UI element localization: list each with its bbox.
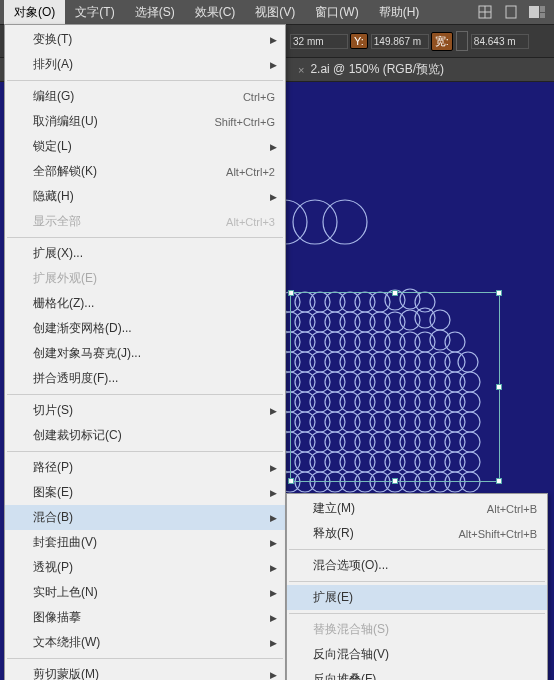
menu-item[interactable]: 图像描摹▶ — [5, 605, 285, 630]
menu-item[interactable]: 封套扭曲(V)▶ — [5, 530, 285, 555]
menu-item[interactable]: 拼合透明度(F)... — [5, 366, 285, 391]
menu-item[interactable]: 路径(P)▶ — [5, 455, 285, 480]
blend-submenu: 建立(M)Alt+Ctrl+B释放(R)Alt+Shift+Ctrl+B混合选项… — [286, 493, 548, 680]
submenu-item[interactable]: 反向混合轴(V) — [287, 642, 547, 667]
menu-item[interactable]: 切片(S)▶ — [5, 398, 285, 423]
submenu-item[interactable]: 扩展(E) — [287, 585, 547, 610]
menu-window[interactable]: 窗口(W) — [305, 0, 368, 25]
menu-item[interactable]: 编组(G)Ctrl+G — [5, 84, 285, 109]
menu-item[interactable]: 栅格化(Z)... — [5, 291, 285, 316]
menu-item[interactable]: 图案(E)▶ — [5, 480, 285, 505]
submenu-item: 替换混合轴(S) — [287, 617, 547, 642]
menu-item[interactable]: 创建对象马赛克(J)... — [5, 341, 285, 366]
menu-item[interactable]: 排列(A)▶ — [5, 52, 285, 77]
svg-point-1 — [293, 200, 337, 244]
w-label: 宽: — [431, 32, 453, 51]
document-tab[interactable]: × 2.ai @ 150% (RGB/预览) — [290, 58, 452, 81]
toolbar-doc-icon[interactable] — [500, 3, 522, 21]
menu-item[interactable]: 创建渐变网格(D)... — [5, 316, 285, 341]
menu-object[interactable]: 对象(O) — [4, 0, 65, 25]
submenu-item[interactable]: 反向堆叠(F) — [287, 667, 547, 680]
menu-item[interactable]: 扩展(X)... — [5, 241, 285, 266]
tab-title: 2.ai @ 150% (RGB/预览) — [310, 61, 444, 78]
menu-item[interactable]: 全部解锁(K)Alt+Ctrl+2 — [5, 159, 285, 184]
menu-item: 显示全部Alt+Ctrl+3 — [5, 209, 285, 234]
svg-point-2 — [323, 200, 367, 244]
menu-item[interactable]: 变换(T)▶ — [5, 27, 285, 52]
object-menu-dropdown: 变换(T)▶排列(A)▶编组(G)Ctrl+G取消编组(U)Shift+Ctrl… — [4, 24, 286, 680]
menu-select[interactable]: 选择(S) — [125, 0, 185, 25]
menu-item[interactable]: 剪切蒙版(M)▶ — [5, 662, 285, 680]
x-value[interactable]: 32 mm — [290, 34, 348, 49]
submenu-item[interactable]: 建立(M)Alt+Ctrl+B — [287, 496, 547, 521]
link-icon[interactable] — [456, 31, 468, 51]
menu-item[interactable]: 创建裁切标记(C) — [5, 423, 285, 448]
toolbar-grid-icon[interactable] — [474, 3, 496, 21]
menu-type[interactable]: 文字(T) — [65, 0, 124, 25]
w-value[interactable]: 84.643 m — [471, 34, 529, 49]
selection-bounds[interactable] — [290, 292, 500, 482]
menu-item[interactable]: 隐藏(H)▶ — [5, 184, 285, 209]
menu-item[interactable]: 锁定(L)▶ — [5, 134, 285, 159]
menubar: 对象(O) 文字(T) 选择(S) 效果(C) 视图(V) 窗口(W) 帮助(H… — [0, 0, 554, 24]
y-label: Y: — [350, 33, 368, 49]
y-value[interactable]: 149.867 m — [371, 34, 429, 49]
submenu-item[interactable]: 释放(R)Alt+Shift+Ctrl+B — [287, 521, 547, 546]
svg-rect-131 — [529, 6, 539, 18]
svg-rect-133 — [540, 13, 545, 18]
menu-item[interactable]: 文本绕排(W)▶ — [5, 630, 285, 655]
menu-help[interactable]: 帮助(H) — [369, 0, 430, 25]
menu-item[interactable]: 透视(P)▶ — [5, 555, 285, 580]
menu-item[interactable]: 混合(B)▶ — [5, 505, 285, 530]
toolbar-arrange-icon[interactable] — [526, 3, 548, 21]
menu-effect[interactable]: 效果(C) — [185, 0, 246, 25]
svg-rect-130 — [506, 6, 516, 18]
menu-item[interactable]: 实时上色(N)▶ — [5, 580, 285, 605]
submenu-item[interactable]: 混合选项(O)... — [287, 553, 547, 578]
menu-item[interactable]: 取消编组(U)Shift+Ctrl+G — [5, 109, 285, 134]
menu-item: 扩展外观(E) — [5, 266, 285, 291]
menu-view[interactable]: 视图(V) — [245, 0, 305, 25]
svg-rect-132 — [540, 6, 545, 12]
close-icon[interactable]: × — [298, 64, 304, 76]
